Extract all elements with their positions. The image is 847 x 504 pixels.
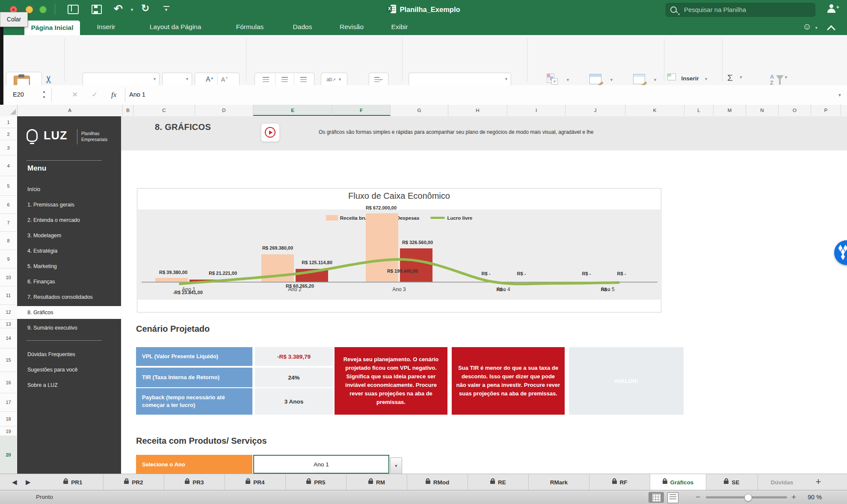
formula-input[interactable]: Ano 1 <box>129 85 145 104</box>
column-header-P[interactable]: P <box>811 105 841 116</box>
row-header-5[interactable]: 5 <box>0 176 17 196</box>
formula-bar-expand-icon[interactable]: ▼ <box>838 93 842 97</box>
insert-cells-button[interactable]: Inserir ▼ <box>667 74 719 85</box>
video-play-button[interactable] <box>261 123 280 142</box>
tab-revis-o[interactable]: Revisão <box>329 19 374 35</box>
column-header-E[interactable]: E <box>253 105 332 116</box>
font-size-combo[interactable]: ▼ <box>162 73 192 85</box>
sheet-tab-pr5[interactable]: PR5 <box>286 474 346 490</box>
sidebar-item-9[interactable]: 9. Sumário executivo <box>17 321 121 334</box>
sheet-tab-re[interactable]: RE <box>468 474 529 490</box>
sheet-tab-pr3[interactable]: PR3 <box>164 474 225 490</box>
sidebar-footer-item-0[interactable]: Dúvidas Frequentes <box>17 348 121 361</box>
prev-sheet-icon[interactable]: ◀ <box>12 474 17 490</box>
sidebar-item-4[interactable]: 4. Estratégia <box>17 245 121 257</box>
sidebar-item-5[interactable]: 5. Marketing <box>17 260 121 273</box>
row-header-11[interactable]: 11 <box>0 286 17 305</box>
row-header-3[interactable]: 3 <box>0 140 17 156</box>
zoom-out-icon[interactable]: − <box>696 490 700 504</box>
font-size-buttons[interactable]: A▲ A▼ <box>195 73 240 86</box>
column-header-G[interactable]: G <box>391 105 448 116</box>
orientation-button[interactable]: ab↗ ▼ <box>321 73 347 86</box>
align-bottom-icon[interactable] <box>300 77 307 78</box>
row-header-15[interactable]: 15 <box>0 348 17 372</box>
cash-flow-chart[interactable]: Fluxo de Caixa Econômico Receita brutaDe… <box>137 188 661 312</box>
sidebar-item-2[interactable]: 2. Entenda o mercado <box>17 214 121 227</box>
sheet-tab-pr4[interactable]: PR4 <box>225 474 286 490</box>
select-all-corner[interactable] <box>0 105 18 116</box>
feedback-chevron-icon[interactable]: ▾ <box>815 26 817 30</box>
row-header-1[interactable]: 1 <box>0 116 17 128</box>
column-header-F[interactable]: F <box>332 105 391 116</box>
autosum-button[interactable]: Σ ▼ <box>727 73 743 83</box>
sidebar-item-3[interactable]: 3. Modelagem <box>17 229 121 242</box>
add-sheet-button[interactable]: + <box>812 474 825 490</box>
wrap-text-button[interactable]: ↩ <box>369 73 388 86</box>
sheet-tab-se[interactable]: SE <box>706 474 758 490</box>
column-header-B[interactable]: B <box>123 105 133 116</box>
share-add-person-icon[interactable]: + <box>826 4 839 15</box>
row-header-10[interactable]: 10 <box>0 268 17 286</box>
number-format-combo[interactable]: ▼ <box>409 73 511 85</box>
sidebar-item-7[interactable]: 7. Resultados consolidados <box>17 291 121 304</box>
shrink-font-icon[interactable]: A▼ <box>221 76 228 83</box>
row-header-4[interactable]: 4 <box>0 156 17 176</box>
row-header-16[interactable]: 16 <box>0 372 17 393</box>
sheet-tab-pr2[interactable]: PR2 <box>104 474 164 490</box>
column-header-J[interactable]: J <box>566 105 625 116</box>
tab-p-gina-inicial[interactable]: Página Inicial <box>24 21 80 35</box>
row-header-17[interactable]: 17 <box>0 393 17 412</box>
year-dropdown-button[interactable]: ▼ <box>390 457 402 474</box>
sheet-tab-rm[interactable]: RM <box>346 474 407 490</box>
sidebar-item-8[interactable]: 8. Gráficos <box>17 306 121 319</box>
column-header-H[interactable]: H <box>448 105 507 116</box>
sidebar-footer-item-2[interactable]: Sobre a LUZ <box>17 379 121 392</box>
zoom-slider-thumb[interactable] <box>744 494 752 501</box>
row-header-9[interactable]: 9 <box>0 250 17 268</box>
font-name-combo[interactable]: ▼ <box>83 73 160 85</box>
sheet-tab-rf[interactable]: RF <box>589 474 650 490</box>
name-box-stepper[interactable]: ▲▼ <box>41 89 47 101</box>
sheet-tab-rmod[interactable]: RMod <box>407 474 468 490</box>
tab-exibir[interactable]: Exibir <box>384 19 415 35</box>
normal-view-icon[interactable] <box>649 492 664 503</box>
cut-icon[interactable]: ✂ <box>43 75 55 84</box>
next-sheet-icon[interactable]: ▶ <box>26 474 31 490</box>
sidebar-item-6[interactable]: 6. Finanças <box>17 275 121 288</box>
confirm-entry-icon[interactable]: ✓ <box>92 85 98 104</box>
align-middle-icon[interactable] <box>281 77 288 78</box>
tab-inserir[interactable]: Inserir <box>91 19 121 35</box>
tab-f-rmulas[interactable]: Fórmulas <box>222 19 277 35</box>
row-header-7[interactable]: 7 <box>0 214 17 232</box>
column-header-L[interactable]: L <box>684 105 714 116</box>
sheet-tab-gráficos[interactable]: Gráficos <box>650 474 706 490</box>
tab-layout-da-p-gina[interactable]: Layout da Página <box>141 19 210 35</box>
grow-font-icon[interactable]: A▲ <box>206 76 214 83</box>
row-header-8[interactable]: 8 <box>0 232 17 250</box>
column-header-A[interactable]: A <box>17 105 123 116</box>
sidebar-item-inicio[interactable]: Início <box>17 183 121 196</box>
sheet-tab-rmark[interactable]: RMark <box>529 474 589 490</box>
page-layout-view-icon[interactable] <box>667 492 678 503</box>
column-header-O[interactable]: O <box>779 105 811 116</box>
row-header-19[interactable]: 19 <box>0 427 17 436</box>
column-header-D[interactable]: D <box>195 105 253 116</box>
row-header-14[interactable]: 14 <box>0 328 17 348</box>
insert-function-icon[interactable]: fx <box>111 85 116 104</box>
zoom-in-icon[interactable]: + <box>791 490 796 504</box>
row-header-12[interactable]: 12 <box>0 305 17 320</box>
tab-dados[interactable]: Dados <box>287 19 317 35</box>
selected-year-cell[interactable]: Ano 1 <box>253 455 389 474</box>
sidebar-item-1[interactable]: 1. Premissas gerais <box>17 198 121 211</box>
row-header-6[interactable]: 6 <box>0 196 17 214</box>
row-header-13[interactable]: 13 <box>0 320 17 328</box>
row-header-20[interactable]: 20 <box>0 436 17 474</box>
column-header-C[interactable]: C <box>133 105 195 116</box>
column-header-M[interactable]: M <box>714 105 746 116</box>
cancel-entry-icon[interactable]: ✕ <box>72 85 78 104</box>
column-header-K[interactable]: K <box>625 105 684 116</box>
column-header-I[interactable]: I <box>507 105 566 116</box>
row-header-18[interactable]: 18 <box>0 412 17 427</box>
orientation-dropdown-icon[interactable]: ▼ <box>338 77 342 82</box>
feedback-smiley-icon[interactable]: ☺ <box>803 21 811 32</box>
